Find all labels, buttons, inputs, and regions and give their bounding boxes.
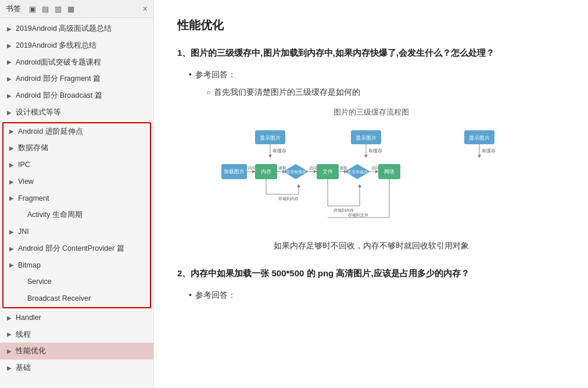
sidebar-item-label: 2019Android 高级面试题总结 (16, 23, 112, 34)
sidebar-item-7[interactable]: ▶ Android 进阶延伸点 (3, 123, 150, 140)
main-content: 性能优化 1、图片的三级缓存中,图片加载到内存中,如果内存快爆了,会发生什么？怎… (154, 0, 588, 388)
sidebar-item-label: 线程 (16, 329, 31, 340)
page-title: 性能优化 (177, 17, 565, 33)
red-outline-group: ▶ Android 进阶延伸点 ▶ 数据存储 ▶ IPC ▶ View ▶ Fr… (2, 122, 151, 308)
sidebar-item-label: Handler (16, 312, 41, 323)
sidebar-item-label: IPC (18, 159, 30, 170)
svg-text:加载图片: 加载图片 (224, 169, 245, 175)
arrow-icon: ▶ (7, 74, 13, 83)
svg-text:访问: 访问 (309, 166, 317, 170)
arrow-icon: ▶ (9, 244, 15, 253)
arrow-icon: ▶ (7, 364, 13, 372)
sidebar-item-label: 数据存储 (18, 143, 48, 154)
sidebar-item-12[interactable]: ▶ Activity 生命周期 (3, 207, 150, 223)
sidebar-item-label: Service (27, 276, 52, 287)
svg-text:有缓存: 有缓存 (273, 148, 286, 154)
diagram-section: 图片的三级缓存流程图 显示图片 显示图片 显示图片 有缓存 有缓存 有缓存 (177, 107, 565, 229)
answer-intro-2: • 参考回答： (189, 290, 565, 301)
sidebar-item-label: Android 部分 Fragment 篇 (16, 73, 101, 84)
arrow-icon: ▶ (9, 194, 15, 202)
svg-text:是否有磁存: 是否有磁存 (347, 170, 367, 175)
sidebar-item-6[interactable]: ▶ 设计模式等等 (0, 104, 153, 121)
svg-text:显示图片: 显示图片 (469, 135, 490, 141)
sidebar-toolbar: ▣ ▤ ▥ ▦ (28, 4, 76, 13)
arrow-icon: ▶ (7, 314, 13, 322)
sidebar-item-label: Android 部分 Broadcast 篇 (16, 90, 102, 101)
sidebar-item-label: 设计模式等等 (16, 107, 61, 118)
sidebar-close-button[interactable]: × (143, 4, 148, 13)
svg-text:内存: 内存 (261, 169, 271, 175)
answer-text: 参考回答： (195, 70, 236, 80)
sidebar-icon-3[interactable]: ▥ (53, 4, 63, 13)
bullet-icon: • (189, 70, 192, 79)
sidebar-header: 书签 ▣ ▤ ▥ ▦ × (0, 0, 153, 18)
svg-text:文件: 文件 (322, 169, 333, 175)
sidebar-item-13[interactable]: ▶ JNI (3, 223, 150, 240)
question-1: 1、图片的三级缓存中,图片加载到内存中,如果内存快爆了,会发生什么？怎么处理？ (177, 45, 565, 60)
question-2: 2、内存中如果加载一张 500*500 的 png 高清图片,应该是占用多少的内… (177, 265, 565, 281)
sidebar-icon-1[interactable]: ▣ (28, 4, 37, 13)
sidebar-item-label: Android 部分 ContentProvider 篇 (18, 243, 124, 254)
circle-bullet-icon: ○ (206, 88, 210, 97)
sidebar-item-4[interactable]: ▶ Android 部分 Fragment 篇 (0, 70, 153, 87)
svg-text:存储到内存: 存储到内存 (278, 197, 299, 201)
sidebar-item-14[interactable]: ▶ Android 部分 ContentProvider 篇 (3, 240, 150, 257)
arrow-icon: ▶ (9, 177, 15, 186)
arrow-icon: ▶ (7, 330, 13, 339)
sidebar-item-handler[interactable]: ▶ Handler (0, 309, 153, 326)
sidebar-title: 书签 (6, 3, 21, 14)
svg-text:显示图片: 显示图片 (356, 135, 377, 141)
sub-answer-1: ○ 首先我们要清楚图片的三级缓存是如何的 (206, 87, 565, 98)
sidebar-item-label: Broadcast Receiver (27, 293, 91, 304)
sub-answer-text: 首先我们要清楚图片的三级缓存是如何的 (214, 87, 360, 98)
sidebar: 书签 ▣ ▤ ▥ ▦ × ▶ 2019Android 高级面试题总结 ▶ 201… (0, 0, 154, 388)
sidebar-item-8[interactable]: ▶ 数据存储 (3, 140, 150, 156)
arrow-icon: ▶ (7, 91, 13, 100)
sidebar-item-5[interactable]: ▶ Android 部分 Broadcast 篇 (0, 87, 153, 104)
diagram-title: 图片的三级缓存流程图 (177, 107, 565, 118)
sidebar-icon-4[interactable]: ▦ (66, 4, 76, 13)
flow-diagram-svg: 显示图片 显示图片 显示图片 有缓存 有缓存 有缓存 加载图片 (220, 124, 522, 229)
arrow-icon: ▶ (7, 347, 13, 355)
arrow-icon: ▶ (9, 227, 15, 236)
sidebar-item-label: 性能优化 (16, 346, 46, 357)
sidebar-item-3[interactable]: ▶ Android面试突破专题课程 (0, 54, 153, 71)
svg-text:显示图片: 显示图片 (260, 135, 281, 141)
arrow-icon: ▶ (7, 108, 13, 117)
sidebar-item-label: Android面试突破专题课程 (16, 57, 101, 68)
sidebar-item-11[interactable]: ▶ Fragment (3, 190, 150, 207)
sidebar-icon-2[interactable]: ▤ (41, 4, 50, 13)
sidebar-item-1[interactable]: ▶ 2019Android 高级面试题总结 (0, 20, 153, 37)
arrow-icon: ▶ (9, 144, 15, 152)
svg-text:有缓存: 有缓存 (368, 148, 382, 154)
arrow-icon: ▶ (9, 261, 15, 269)
sidebar-item-basic[interactable]: ▶ 基础 (0, 359, 153, 376)
arrow-icon: ▶ (9, 127, 15, 136)
sidebar-item-9[interactable]: ▶ IPC (3, 156, 150, 173)
answer-text-2: 参考回答： (195, 290, 236, 301)
note-text: 如果内存足够时不回收，内存不够时就回收软引用对象 (177, 241, 565, 251)
svg-text:访问: 访问 (248, 166, 256, 170)
sidebar-item-10[interactable]: ▶ View (3, 173, 150, 190)
sidebar-item-label: JNI (18, 226, 29, 237)
sidebar-item-service[interactable]: ▶ Service (3, 273, 150, 290)
sidebar-item-label: Fragment (18, 193, 49, 204)
sidebar-item-15[interactable]: ▶ Bitmap (3, 257, 150, 274)
sidebar-item-perf[interactable]: ▶ 性能优化 (0, 343, 153, 359)
flow-diagram: 显示图片 显示图片 显示图片 有缓存 有缓存 有缓存 加载图片 (177, 124, 565, 229)
svg-text:是否有缓存: 是否有缓存 (285, 170, 306, 175)
svg-text:访问: 访问 (371, 166, 379, 170)
sidebar-item-label: Bitmap (18, 260, 41, 271)
sidebar-item-2[interactable]: ▶ 2019Android 多线程总结 (0, 37, 153, 54)
sidebar-item-label: 基础 (16, 362, 31, 373)
answer-intro-1: • 参考回答： (189, 70, 565, 80)
sidebar-item-label: Android 进阶延伸点 (18, 126, 83, 137)
arrow-icon: ▶ (9, 161, 15, 169)
arrow-icon: ▶ (7, 41, 13, 50)
sidebar-item-broadcast-receiver[interactable]: ▶ Broadcast Receiver (3, 290, 150, 307)
svg-text:读取: 读取 (339, 166, 347, 170)
svg-text:存储到内存: 存储到内存 (334, 208, 354, 212)
sidebar-item-label: 2019Android 多线程总结 (16, 40, 96, 51)
sidebar-item-thread[interactable]: ▶ 线程 (0, 326, 153, 343)
svg-text:网络: 网络 (384, 169, 395, 175)
